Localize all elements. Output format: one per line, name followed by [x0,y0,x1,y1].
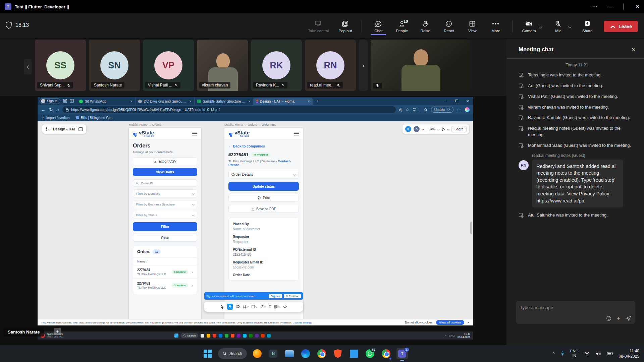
figma-canvas[interactable]: Design - UAT S A 94% Share Mobile: Home … [38,121,473,319]
app-icon[interactable] [255,334,259,338]
participant-tile[interactable]: RN read.ai mee... [305,40,356,91]
app-icon[interactable] [207,334,210,338]
mic-options-chevron[interactable] [568,25,572,28]
frame-tool[interactable] [243,305,249,309]
frame-label[interactable]: Mobile: Home → Orders → Order ABC [224,123,276,126]
back-to-companies-link[interactable]: ← Back to companies [228,144,299,148]
browser-profile-button[interactable]: Sign in [40,98,60,104]
share-button[interactable]: Share [580,20,594,33]
order-row[interactable]: 2279451 TL Flex Holdings LLC Complete › [133,279,197,292]
browser-tab-active[interactable]: Design - UAT – Figma × [254,98,313,105]
news-widget[interactable]: Sports Headline KKR vs LSG, IPL... [40,333,101,338]
mini-search-box[interactable]: Search [181,333,198,338]
frame-label[interactable]: Mobile: Home → Orders [129,123,161,126]
file-explorer-icon[interactable] [284,348,295,359]
taskbar-clock[interactable]: 11:40 08-04-2025 [619,348,639,359]
app-icon[interactable] [231,334,234,338]
chat-input[interactable] [520,305,631,310]
chat-close-icon[interactable]: ✕ [632,47,636,53]
volume-icon[interactable] [595,351,601,356]
filter-business-structure-select[interactable]: Filter by Business Structure [133,200,197,208]
tray-mic-icon[interactable] [560,351,565,357]
figma-share-button[interactable]: Share [451,126,467,132]
strip-prev-button[interactable]: ‹ [24,59,32,74]
people-button[interactable]: 10 People [395,20,409,33]
app-icon[interactable] [225,334,228,338]
back-button[interactable]: ← [41,107,46,112]
window-maximize-button[interactable] [624,4,624,10]
firefox-icon[interactable] [252,348,263,359]
allow-cookies-button[interactable]: Allow all cookies [436,320,464,325]
attach-plus-icon[interactable]: + [617,315,620,321]
layout-panel-icon[interactable] [78,127,83,131]
zoom-chevron[interactable] [437,128,440,130]
home-button[interactable]: ⌂ [56,107,59,112]
tray-chevron-icon[interactable]: ^ [553,351,555,356]
app-icon[interactable] [201,334,204,338]
mini-start-button[interactable] [174,334,178,338]
order-detail-frame[interactable]: vState FILINGS ← Back to companies #2276… [224,128,303,319]
column-header-name[interactable]: Name ↓ [133,257,197,265]
wifi-icon[interactable] [584,351,590,356]
app-icon[interactable] [243,334,247,338]
clear-button[interactable]: Clear [133,234,197,242]
address-bar[interactable]: https://www.figma.com/design/9BKQ0FOHRWa… [62,106,395,113]
collaborator-avatar[interactable]: S [405,126,411,132]
edge-icon[interactable] [300,348,311,359]
update-status-button[interactable]: Update status [228,182,299,191]
order-id-search-input[interactable]: Order ID [133,179,197,187]
cookie-close-icon[interactable]: × [468,320,470,324]
view-drafts-button[interactable]: View Drafts [133,168,197,176]
comment-tool[interactable] [236,305,240,308]
zoom-in-button[interactable]: + [54,328,61,335]
view-button[interactable]: View [465,20,479,33]
participant-tile[interactable]: SS Shivani Sup... [35,40,86,91]
language-indicator[interactable]: ENG IN [570,349,579,358]
connector-tool[interactable] [260,305,266,309]
workspaces-icon[interactable] [63,99,67,103]
shape-tool[interactable] [252,305,257,308]
export-csv-button[interactable]: Export CSV [133,157,197,165]
canvas-scrollbar[interactable] [470,222,472,234]
browser-maximize-button[interactable] [451,97,462,105]
teams-icon[interactable]: T 1 [396,348,408,359]
favorites-folder-item[interactable]: Bills | Billing and Co... [76,116,113,120]
orders-frame[interactable]: vState FILINGS Orders Manage all your or… [128,128,202,319]
start-button[interactable] [202,348,213,359]
cookie-settings-link[interactable]: Cookies settings [293,321,312,324]
zoom-level[interactable]: 94% [429,127,435,131]
extensions-icon[interactable] [413,108,417,112]
signup-button[interactable]: Sign up [269,294,282,298]
hamburger-menu-icon[interactable] [192,132,197,135]
browser-tab[interactable]: Sample Salary Structure with calc × [195,98,254,105]
leave-button[interactable]: Leave [604,21,638,32]
window-close-button[interactable]: × [636,3,639,10]
strip-next-button[interactable]: › [359,40,368,91]
favorites-list-icon[interactable] [424,108,428,112]
browser-tab[interactable]: (6) WhatsApp × [76,98,136,105]
vscode-icon[interactable] [348,348,360,359]
brave-icon[interactable] [332,348,343,359]
chat-button[interactable]: Chat [371,20,385,33]
send-icon[interactable] [626,315,631,321]
participant-tile[interactable]: SN Santosh Narate [89,40,140,91]
spotlight-tile-video[interactable] [371,40,470,91]
raise-hand-button[interactable]: Raise [418,20,432,33]
window-minimize-button[interactable]: ─ [609,4,612,10]
browser-tab[interactable]: DC Divisions and Surroundings × [136,98,195,105]
read-aloud-icon[interactable]: A) [399,108,402,112]
dark-app-icon[interactable]: N [268,348,279,359]
participant-tile-video[interactable]: vikram chavan [197,40,248,91]
browser-minimize-button[interactable]: ─ [441,97,451,105]
app-icon[interactable] [261,334,265,338]
order-details-select[interactable]: Order Details [228,170,299,179]
tab-close-icon[interactable]: × [130,99,132,103]
participant-tile[interactable]: RK Ravindra K... [251,40,302,91]
taskbar-search[interactable]: Search [218,348,247,359]
tab-close-icon[interactable]: × [189,99,191,103]
play-icon[interactable] [442,127,445,131]
new-tab-button[interactable]: + [316,98,319,104]
play-options-chevron[interactable] [447,128,449,130]
chat-input-box[interactable]: + [516,301,635,324]
figma-menu-button[interactable] [46,127,50,131]
